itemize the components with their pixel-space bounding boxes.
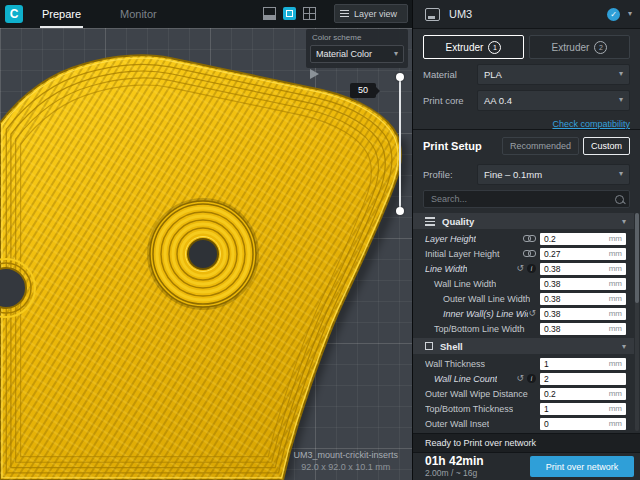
setting-value-field[interactable]: 0mm (540, 418, 626, 430)
material-usage-estimate: 2.00m / ~ 16g (425, 469, 530, 478)
setting-unit: mm (609, 294, 622, 303)
setting-label: Wall Line Width (425, 279, 496, 289)
3d-viewport[interactable]: Color scheme Material Color ▾ 50 UM3_mou… (0, 28, 412, 480)
profile-dropdown[interactable]: Fine – 0.1mm ▾ (477, 164, 630, 185)
setting-label: Top/Bottom Line Width (425, 324, 525, 334)
setting-icons: ↺i (516, 374, 536, 383)
setting-row-wall-thickness: Wall Thickness1mm (413, 356, 634, 371)
setting-unit: mm (609, 309, 622, 318)
setting-label: Line Width (425, 264, 467, 274)
setting-label: Layer Height (425, 234, 476, 244)
scrollbar[interactable] (635, 213, 639, 431)
setting-value-field[interactable]: 1mm (540, 403, 626, 415)
setting-value: 1 (544, 404, 609, 414)
search-row (413, 187, 640, 211)
revert-icon[interactable]: ↺ (516, 374, 524, 383)
section-header-shell[interactable]: Shell▾ (413, 338, 634, 354)
setting-value: 2 (544, 374, 622, 384)
color-scheme-panel: Color scheme Material Color ▾ (306, 29, 408, 68)
section-header-quality[interactable]: Quality▾ (413, 213, 634, 229)
setting-value: 0.38 (544, 309, 609, 319)
extruder-1-tab[interactable]: Extruder1 (423, 35, 524, 59)
top-view-icon[interactable] (303, 7, 316, 20)
setting-row-wall-line-count: Wall Line Count↺i2 (413, 371, 634, 386)
recommended-mode-button[interactable]: Recommended (502, 137, 579, 155)
setting-label: Wall Line Count (425, 374, 497, 384)
info-icon[interactable]: i (527, 374, 536, 383)
revert-icon[interactable]: ↺ (516, 264, 524, 273)
setup-mode-toggle: RecommendedCustom (498, 137, 630, 155)
check-compatibility-link[interactable]: Check compatibility (552, 119, 630, 129)
tab-monitor[interactable]: Monitor (120, 0, 157, 28)
setting-value-field[interactable]: 2 (540, 373, 626, 385)
setting-icons: ↺i (516, 264, 536, 273)
print-action-bar: 01h 42min 2.00m / ~ 16g Print over netwo… (413, 452, 640, 480)
view-mode-dropdown[interactable]: Layer view (334, 4, 408, 23)
setting-value-field[interactable]: 1mm (540, 358, 626, 370)
extruder-label: Extruder (552, 42, 590, 53)
setting-row-outer-wall-inset: Outer Wall Inset0mm (413, 416, 634, 431)
chevron-down-icon: ▾ (619, 70, 623, 78)
printer-connected-check-icon: ✓ (607, 8, 620, 21)
setting-value: 0.38 (544, 324, 609, 334)
print-core-dropdown[interactable]: AA 0.4 ▾ (477, 90, 630, 111)
layer-slider[interactable] (398, 73, 402, 215)
setting-row-top-bottom-thickness: Top/Bottom Thickness1mm (413, 401, 634, 416)
print-over-network-button[interactable]: Print over network (530, 456, 634, 477)
print-time-estimate: 01h 42min (425, 455, 530, 468)
setting-value-field[interactable]: 0.2mm (540, 233, 626, 245)
chevron-down-icon: ▾ (622, 217, 626, 226)
setting-unit: mm (609, 279, 622, 288)
color-scheme-dropdown[interactable]: Material Color ▾ (310, 45, 404, 63)
setting-value-field[interactable]: 0.38mm (540, 308, 626, 320)
print-core-row: Print core AA 0.4 ▾ (413, 87, 640, 113)
setting-icons (523, 250, 536, 257)
chevron-down-icon: ▾ (394, 50, 398, 58)
scrollbar-thumb[interactable] (635, 213, 639, 303)
model-filename: UM3_mount-crickit-inserts (293, 450, 398, 460)
color-scheme-value: Material Color (316, 49, 394, 59)
setting-icons: ↺ (528, 309, 536, 318)
revert-icon[interactable]: ↺ (528, 309, 536, 318)
layer-slider-bottom-handle[interactable] (396, 207, 404, 215)
custom-mode-button[interactable]: Custom (583, 137, 630, 155)
cura-logo[interactable]: C (5, 5, 23, 23)
setting-value-field[interactable]: 0.38mm (540, 278, 626, 290)
model-dimensions: 92.0 x 92.0 x 10.1 mm (293, 462, 398, 472)
section-title: Shell (440, 341, 622, 352)
cura-window: Color scheme Material Color ▾ 50 UM3_mou… (0, 0, 640, 480)
setting-value-field[interactable]: 0.2mm (540, 388, 626, 400)
setting-value: 0 (544, 419, 609, 429)
settings-list[interactable]: Quality▾Layer Height0.2mmInitial Layer H… (413, 211, 640, 433)
material-dropdown[interactable]: PLA ▾ (477, 64, 630, 85)
setting-value-field[interactable]: 0.38mm (540, 323, 626, 335)
front-view-icon[interactable] (263, 7, 276, 20)
layer-number-badge[interactable]: 50 (350, 83, 376, 98)
search-box[interactable] (423, 190, 630, 208)
print-setup-title: Print Setup (423, 140, 498, 152)
setting-unit: mm (609, 249, 622, 258)
setting-value-field[interactable]: 0.27mm (540, 248, 626, 260)
setting-value: 0.27 (544, 249, 609, 259)
layer-play-button[interactable] (310, 69, 319, 79)
search-input[interactable] (429, 193, 615, 205)
printer-status-text: Ready to Print over network (425, 438, 536, 448)
info-icon[interactable]: i (527, 264, 536, 273)
extruder-label: Extruder (446, 42, 484, 53)
extruder-2-tab[interactable]: Extruder2 (529, 35, 630, 59)
extruder-number-badge: 1 (488, 41, 501, 54)
layer-slider-track[interactable] (399, 77, 401, 211)
setting-value-field[interactable]: 0.38mm (540, 263, 626, 275)
3d-view-icon[interactable] (283, 7, 296, 20)
setting-value-field[interactable]: 0.38mm (540, 293, 626, 305)
extruder-tabs: Extruder1Extruder2 (413, 29, 640, 61)
layer-slider-top-handle[interactable] (396, 73, 404, 81)
setting-unit: mm (609, 419, 622, 428)
printer-selector[interactable]: UM3 ✓ ▾ (413, 0, 640, 29)
material-label: Material (423, 69, 477, 80)
setting-unit: mm (609, 404, 622, 413)
check-compatibility-row: Check compatibility (413, 113, 640, 129)
tab-prepare[interactable]: Prepare (42, 0, 81, 28)
setting-row-initial-layer-height: Initial Layer Height0.27mm (413, 246, 634, 261)
sidebar: UM3 ✓ ▾ Extruder1Extruder2 Material PLA … (412, 0, 640, 480)
